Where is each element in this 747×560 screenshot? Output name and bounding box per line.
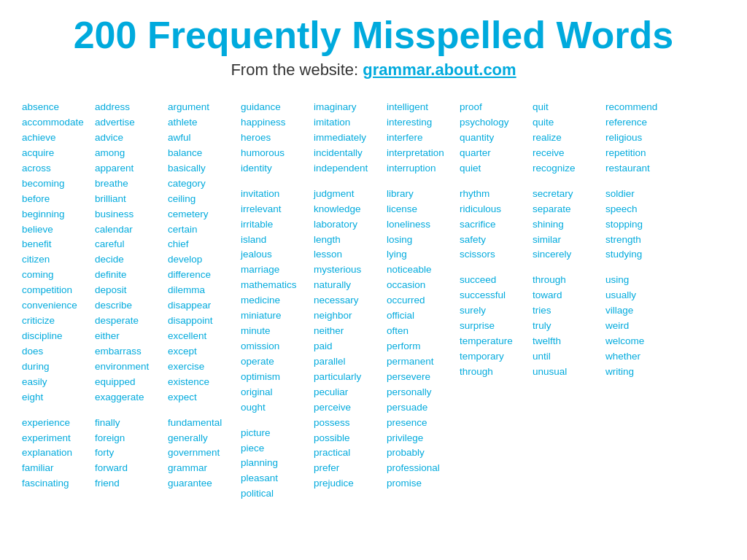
list-item: certain <box>168 222 233 238</box>
list-item: benefit <box>22 237 88 252</box>
group-spacer <box>533 262 598 273</box>
list-item: occasion <box>387 278 452 293</box>
list-item: temporary <box>460 349 525 365</box>
group-spacer <box>533 176 598 187</box>
list-item: usually <box>605 288 671 303</box>
list-item: immediately <box>314 131 379 146</box>
list-item: studying <box>605 247 671 262</box>
list-item: interesting <box>387 115 452 131</box>
group-spacer <box>314 176 379 187</box>
list-item: easily <box>22 375 88 390</box>
list-item: successful <box>460 288 525 303</box>
list-item: paid <box>314 339 379 354</box>
list-item: balance <box>168 146 233 161</box>
list-item: weird <box>605 319 671 334</box>
list-item: competition <box>22 283 88 298</box>
list-item: grammar <box>168 461 233 476</box>
list-item: careful <box>95 237 160 252</box>
word-grid: absenceaccommodateachieveacquireacrossbe… <box>22 100 725 502</box>
list-item: interpretation <box>387 146 452 161</box>
list-item: irrelevant <box>241 202 306 217</box>
list-item: prefer <box>314 461 379 476</box>
list-item: absence <box>22 100 88 115</box>
list-item: soldier <box>605 187 671 202</box>
list-item: stopping <box>605 217 671 233</box>
list-item: ceiling <box>168 192 233 207</box>
list-item: expect <box>168 390 233 405</box>
list-item: either <box>95 329 160 344</box>
list-item: independent <box>314 161 379 176</box>
list-item: coming <box>22 268 88 283</box>
list-item: lying <box>387 247 452 262</box>
group-spacer <box>168 405 233 416</box>
list-item: length <box>314 233 379 248</box>
word-column: recommendreferencereligiousrepetitionres… <box>605 100 678 502</box>
list-item: laboratory <box>314 217 379 233</box>
list-item: possess <box>314 416 379 431</box>
list-item: noticeable <box>387 262 452 278</box>
page-title: 200 Frequently Misspelled Words <box>22 15 725 56</box>
list-item: piece <box>241 441 306 456</box>
list-item: before <box>22 192 88 207</box>
list-item: strength <box>605 233 671 248</box>
list-item: citizen <box>22 252 88 268</box>
list-item: acquire <box>22 146 88 161</box>
word-column: proofpsychologyquantityquarterquietrhyth… <box>460 100 533 502</box>
list-item: discipline <box>22 329 88 344</box>
list-item: exaggerate <box>95 390 160 405</box>
list-item: separate <box>533 202 598 217</box>
list-item: perceive <box>314 400 379 416</box>
list-item: ridiculous <box>460 202 525 217</box>
website-link[interactable]: grammar.about.com <box>363 61 516 79</box>
list-item: safety <box>460 233 525 248</box>
list-item: interruption <box>387 161 452 176</box>
list-item: pleasant <box>241 471 306 486</box>
list-item: equipped <box>95 375 160 390</box>
list-item: particularly <box>314 370 379 385</box>
list-item: professional <box>387 461 452 476</box>
list-item: occurred <box>387 293 452 308</box>
list-item: criticize <box>22 314 88 329</box>
list-item: possible <box>314 431 379 446</box>
list-item: convenience <box>22 298 88 314</box>
list-item: awful <box>168 131 233 146</box>
list-item: unusual <box>533 365 598 380</box>
list-item: minute <box>241 324 306 339</box>
group-spacer <box>241 416 306 426</box>
list-item: among <box>95 146 160 161</box>
list-item: marriage <box>241 262 306 278</box>
list-item: receive <box>533 146 598 161</box>
list-item: apparent <box>95 161 160 176</box>
list-item: through <box>460 365 525 380</box>
list-item: jealous <box>241 247 306 262</box>
list-item: psychology <box>460 115 525 131</box>
list-item: category <box>168 176 233 192</box>
list-item: village <box>605 303 671 319</box>
list-item: accommodate <box>22 115 88 131</box>
list-item: mysterious <box>314 262 379 278</box>
list-item: political <box>241 486 306 502</box>
list-item: across <box>22 161 88 176</box>
list-item: fascinating <box>22 476 88 491</box>
list-item: surprise <box>460 319 525 334</box>
list-item: presence <box>387 416 452 431</box>
list-item: naturally <box>314 278 379 293</box>
list-item: promise <box>387 476 452 491</box>
list-item: speech <box>605 202 671 217</box>
list-item: dilemma <box>168 283 233 298</box>
list-item: except <box>168 344 233 359</box>
list-item: familiar <box>22 461 88 476</box>
list-item: original <box>241 385 306 400</box>
list-item: realize <box>533 131 598 146</box>
list-item: knowledge <box>314 202 379 217</box>
list-item: difference <box>168 268 233 283</box>
list-item: license <box>387 202 452 217</box>
group-spacer <box>460 176 525 187</box>
list-item: through <box>533 273 598 288</box>
word-column: argumentathleteawfulbalancebasicallycate… <box>168 100 241 502</box>
list-item: breathe <box>95 176 160 192</box>
list-item: develop <box>168 252 233 268</box>
list-item: lesson <box>314 247 379 262</box>
list-item: personally <box>387 385 452 400</box>
list-item: restaurant <box>605 161 671 176</box>
